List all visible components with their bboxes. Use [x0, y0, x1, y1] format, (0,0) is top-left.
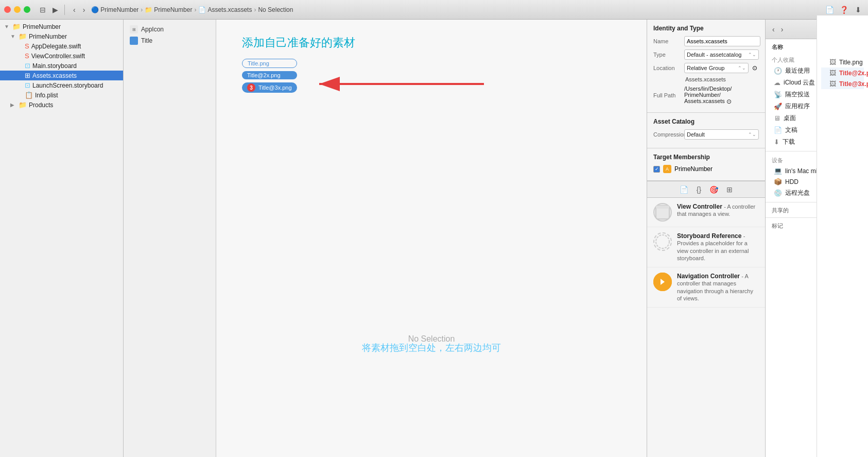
- library-item-navigation-controller: Navigation Controller - A controller tha…: [647, 267, 765, 308]
- sidebar-item-assets[interactable]: ⊞ Assets.xcassets: [0, 71, 123, 80]
- docs-icon: 📄: [774, 126, 782, 134]
- target-membership-title: Target Membership: [653, 154, 759, 161]
- tree-toggle-4: [16, 53, 24, 59]
- nav-icon: [653, 273, 672, 291]
- reveal-icon[interactable]: ⊙: [751, 64, 759, 72]
- sidebar-toggle-icon[interactable]: ⊟: [38, 5, 48, 15]
- compression-arrow: ⌃⌄: [748, 132, 756, 137]
- file-inspector-tab[interactable]: 📄: [680, 185, 688, 194]
- attributes-tab[interactable]: ⊞: [726, 185, 733, 194]
- scheme-icon[interactable]: ▶: [50, 5, 60, 15]
- file-list-panel: 🖼 Title.png 🖼 Title@2x.png 🖼 Title@3x.pn…: [817, 20, 868, 457]
- compression-label: Compression: [653, 131, 684, 138]
- toolbar-icons: ⊟ ▶: [38, 5, 67, 15]
- asset-tile-title-3x[interactable]: 3 Title@3x.png: [242, 82, 297, 93]
- type-row: Type Default - assetcatalog ⌃⌄: [653, 49, 759, 60]
- folder-icon-2: 📁: [19, 32, 27, 40]
- open-file-icon[interactable]: ⊙: [726, 98, 732, 105]
- minimize-button[interactable]: [14, 6, 21, 13]
- file-browser-back[interactable]: ‹: [770, 24, 777, 35]
- asset-catalog-title: Asset Catalog: [653, 118, 759, 125]
- sidebar-item-appdelegate[interactable]: S AppDelegate.swift: [0, 41, 123, 51]
- swift-icon: S: [25, 42, 29, 50]
- window-controls: [4, 6, 30, 13]
- sb-text: Storyboard Reference - Provides a placeh…: [677, 232, 759, 262]
- sidebar-item-primenumber-root[interactable]: ▼ 📁 PrimeNumber: [0, 22, 123, 31]
- main-layout: ▼ 📁 PrimeNumber ▼ 📁 PrimeNumber S AppDel…: [0, 20, 868, 457]
- plist-icon: 📋: [25, 91, 33, 99]
- library-panel: View Controller - A controller that mana…: [647, 197, 765, 308]
- asset-item-appicon[interactable]: ⊞ AppIcon: [124, 24, 216, 35]
- breadcrumb-item-assets[interactable]: 📄 Assets.xcassets: [198, 6, 252, 13]
- compression-select[interactable]: Default ⌃⌄: [684, 129, 759, 140]
- breadcrumb: 🔵 PrimeNumber › 📁 PrimeNumber › 📄 Assets…: [91, 6, 821, 13]
- asset-catalog-section: Asset Catalog Compression Default ⌃⌄: [647, 113, 765, 148]
- location-sub: Assets.xcassets: [653, 76, 759, 82]
- nav-back-button[interactable]: ‹: [70, 5, 79, 15]
- file-browser-forward[interactable]: ›: [778, 24, 786, 35]
- library-icon[interactable]: ⬇: [853, 4, 864, 15]
- sidebar-item-products[interactable]: ▶ 📁 Products: [0, 100, 123, 110]
- location-select-arrow: ⌃⌄: [738, 65, 746, 71]
- asset-item-title[interactable]: Title: [124, 35, 216, 46]
- type-select[interactable]: Default - assetcatalog ⌃⌄: [684, 49, 759, 60]
- breadcrumb-item-no-selection[interactable]: No Selection: [258, 6, 293, 13]
- toolbar: ⊟ ▶ ‹ › 🔵 PrimeNumber › 📁 PrimeNumber › …: [0, 0, 868, 20]
- breadcrumb-item-primenumber-group[interactable]: 📁 PrimeNumber: [145, 6, 192, 13]
- primenumber-checkbox[interactable]: ✓: [653, 166, 660, 173]
- sidebar-item-launchscreen[interactable]: ⊡ LaunchScreen.storyboard: [0, 80, 123, 90]
- identity-tab[interactable]: 🎯: [709, 185, 718, 194]
- help-icon[interactable]: ❓: [838, 4, 849, 15]
- file-title-png[interactable]: 🖼 Title.png: [821, 57, 864, 67]
- toolbar-separator: [64, 5, 65, 15]
- no-selection-label: No Selection: [408, 334, 455, 344]
- badge-3: 3: [247, 83, 255, 92]
- name-input[interactable]: [684, 36, 760, 46]
- file-title-3x-png[interactable]: 🖼 Title@3x.png: [821, 78, 864, 89]
- assets-xcassets-icon: ⊞: [25, 72, 30, 79]
- png-icon-1: 🖼: [829, 58, 836, 66]
- hdd-icon: 📦: [774, 178, 782, 185]
- sidebar-item-primenumber-group[interactable]: ▼ 📁 PrimeNumber: [0, 31, 123, 41]
- asset-tile-title[interactable]: Title.png: [242, 59, 297, 68]
- toolbar-nav: ‹ ›: [70, 5, 88, 15]
- recent-icon: 🕐: [774, 67, 782, 75]
- file-title-2x-png[interactable]: 🖼 Title@2x.png: [821, 67, 864, 78]
- breadcrumb-item-primenumber[interactable]: 🔵 PrimeNumber: [91, 6, 138, 13]
- library-item-viewcontroller: View Controller - A controller that mana…: [647, 198, 765, 227]
- sidebar-item-main-storyboard[interactable]: ⊡ Main.storyboard: [0, 61, 123, 71]
- mac-mini-icon: 💻: [774, 167, 782, 175]
- png-icon-3: 🖼: [829, 80, 836, 88]
- location-select[interactable]: Relative Group ⌃⌄: [684, 63, 749, 73]
- file-icon: 🔵: [91, 6, 99, 13]
- file-inspector-icon[interactable]: 📄: [824, 4, 835, 15]
- target-membership-section: Target Membership ✓ A PrimeNumber: [647, 148, 765, 181]
- tree-toggle-9: ▶: [10, 102, 18, 108]
- icloud-icon: ☁: [774, 79, 780, 87]
- maximize-button[interactable]: [24, 6, 30, 13]
- name-row: Name: [653, 36, 759, 46]
- full-path-sub: PrimeNumber/: [684, 92, 732, 98]
- sidebar-item-info-plist[interactable]: 📋 Info.plist: [0, 90, 123, 100]
- nav-text: Navigation Controller - A controller tha…: [677, 273, 759, 302]
- type-select-arrow: ⌃⌄: [748, 52, 756, 57]
- toolbar-right: 📄 ❓ ⬇: [824, 4, 864, 15]
- tree-toggle-2: ▼: [10, 33, 18, 39]
- sidebar-item-viewcontroller[interactable]: S ViewController.swift: [0, 51, 123, 61]
- target-app-icon: A: [663, 165, 671, 173]
- target-label: PrimeNumber: [674, 165, 713, 173]
- asset-tile-title-2x[interactable]: Title@2x.png: [242, 71, 297, 79]
- quick-help-tab[interactable]: {}: [697, 185, 701, 194]
- folder-icon: 📁: [12, 23, 21, 30]
- sidebar: ▼ 📁 PrimeNumber ▼ 📁 PrimeNumber S AppDel…: [0, 20, 124, 457]
- close-button[interactable]: [4, 6, 11, 13]
- file-browser-nav: ‹ ›: [770, 24, 786, 35]
- right-panel-toolbar: 📄 {} 🎯 ⊞: [647, 181, 765, 197]
- launchscreen-icon: ⊡: [25, 81, 30, 89]
- full-path-sub2: Assets.xcassets ⊙: [684, 98, 732, 105]
- nav-forward-button[interactable]: ›: [80, 5, 89, 15]
- tree-toggle-8: [16, 92, 24, 98]
- products-folder-icon: 📁: [19, 101, 27, 109]
- tree-toggle-5: [16, 63, 24, 69]
- app-container: ⊟ ▶ ‹ › 🔵 PrimeNumber › 📁 PrimeNumber › …: [0, 0, 868, 457]
